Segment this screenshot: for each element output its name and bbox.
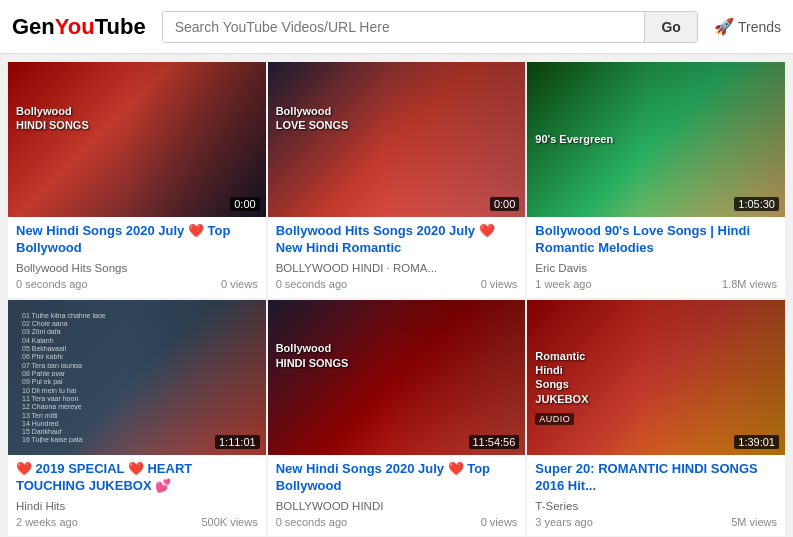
channel-name[interactable]: Bollywood Hits Songs [16, 262, 258, 274]
thumbnail[interactable]: RomanticHindiSongsJUKEBOX AUDIO 1:39:01 [527, 300, 785, 455]
view-count: 0 views [481, 516, 518, 528]
video-card[interactable]: BollywoodLOVE SONGS 0:00 Bollywood Hits … [268, 62, 526, 298]
thumbnail[interactable]: BollywoodHINDI SONGS 0:00 [8, 62, 266, 217]
duration-badge: 0:00 [230, 197, 259, 211]
card-meta: 0 seconds ago 0 views [276, 516, 518, 528]
thumbnail[interactable]: 01 Tujhe kitna chahne lage02 Chole aana0… [8, 300, 266, 455]
video-title[interactable]: New Hindi Songs 2020 July ❤️ Top Bollywo… [16, 223, 258, 257]
thumbnail[interactable]: 90's Evergreen 1:05:30 [527, 62, 785, 217]
view-count: 1.8M views [722, 278, 777, 290]
thumb-title: BollywoodHINDI SONGS [276, 341, 349, 370]
card-meta: 0 seconds ago 0 views [16, 278, 258, 290]
header: GenYouTube Go 🚀 Trends [0, 0, 793, 54]
video-title[interactable]: New Hindi Songs 2020 July ❤️ Top Bollywo… [276, 461, 518, 495]
video-title[interactable]: ❤️ 2019 SPECIAL ❤️ HEART TOUCHING JUKEBO… [16, 461, 258, 495]
card-info: ❤️ 2019 SPECIAL ❤️ HEART TOUCHING JUKEBO… [8, 455, 266, 536]
rocket-icon: 🚀 [714, 17, 734, 36]
view-count: 0 views [481, 278, 518, 290]
logo-you: You [55, 14, 95, 39]
trends-button[interactable]: 🚀 Trends [714, 17, 781, 36]
logo-gen: Gen [12, 14, 55, 39]
card-meta: 3 years ago 5M views [535, 516, 777, 528]
audio-badge: AUDIO [535, 413, 574, 425]
view-count: 500K views [201, 516, 257, 528]
search-input[interactable] [163, 12, 645, 42]
logo: GenYouTube [12, 14, 146, 40]
duration-badge: 1:39:01 [734, 435, 779, 449]
video-title[interactable]: Super 20: ROMANTIC HINDI SONGS 2016 Hit.… [535, 461, 777, 495]
view-count: 5M views [731, 516, 777, 528]
upload-time: 1 week ago [535, 278, 591, 290]
thumb-title: BollywoodHINDI SONGS [16, 104, 89, 133]
upload-time: 0 seconds ago [16, 278, 88, 290]
logo-tube: Tube [95, 14, 146, 39]
upload-time: 0 seconds ago [276, 278, 348, 290]
thumbnail[interactable]: BollywoodLOVE SONGS 0:00 [268, 62, 526, 217]
duration-badge: 11:54:56 [469, 435, 520, 449]
thumb-title: RomanticHindiSongsJUKEBOX [535, 349, 588, 406]
video-card[interactable]: 01 Tujhe kitna chahne lage02 Chole aana0… [8, 300, 266, 536]
channel-name[interactable]: BOLLYWOOD HINDI · ROMA... [276, 262, 518, 274]
channel-name[interactable]: Eric Davis [535, 262, 777, 274]
duration-badge: 1:11:01 [215, 435, 260, 449]
card-info: Bollywood Hits Songs 2020 July ❤️ New Hi… [268, 217, 526, 298]
card-info: New Hindi Songs 2020 July ❤️ Top Bollywo… [8, 217, 266, 298]
card-info: New Hindi Songs 2020 July ❤️ Top Bollywo… [268, 455, 526, 536]
card-info: Super 20: ROMANTIC HINDI SONGS 2016 Hit.… [527, 455, 785, 536]
duration-badge: 1:05:30 [734, 197, 779, 211]
card-meta: 0 seconds ago 0 views [276, 278, 518, 290]
video-card[interactable]: BollywoodHINDI SONGS 0:00 New Hindi Song… [8, 62, 266, 298]
channel-name[interactable]: Hindi Hits [16, 500, 258, 512]
upload-time: 0 seconds ago [276, 516, 348, 528]
card-meta: 1 week ago 1.8M views [535, 278, 777, 290]
thumbnail[interactable]: BollywoodHINDI SONGS 11:54:56 [268, 300, 526, 455]
channel-name[interactable]: BOLLYWOOD HINDI [276, 500, 518, 512]
card-meta: 2 weeks ago 500K views [16, 516, 258, 528]
video-card[interactable]: RomanticHindiSongsJUKEBOX AUDIO 1:39:01 … [527, 300, 785, 536]
search-bar: Go [162, 11, 698, 43]
upload-time: 3 years ago [535, 516, 592, 528]
view-count: 0 views [221, 278, 258, 290]
trends-label: Trends [738, 19, 781, 35]
thumb-title: 90's Evergreen [535, 132, 613, 146]
card-info: Bollywood 90's Love Songs | Hindi Romant… [527, 217, 785, 298]
thumb-title: BollywoodLOVE SONGS [276, 104, 349, 133]
video-card[interactable]: 90's Evergreen 1:05:30 Bollywood 90's Lo… [527, 62, 785, 298]
duration-badge: 0:00 [490, 197, 519, 211]
search-button[interactable]: Go [644, 12, 696, 42]
channel-name[interactable]: T-Series [535, 500, 777, 512]
upload-time: 2 weeks ago [16, 516, 78, 528]
video-grid: BollywoodHINDI SONGS 0:00 New Hindi Song… [0, 54, 793, 537]
video-title[interactable]: Bollywood Hits Songs 2020 July ❤️ New Hi… [276, 223, 518, 257]
video-card[interactable]: BollywoodHINDI SONGS 11:54:56 New Hindi … [268, 300, 526, 536]
video-title[interactable]: Bollywood 90's Love Songs | Hindi Romant… [535, 223, 777, 257]
